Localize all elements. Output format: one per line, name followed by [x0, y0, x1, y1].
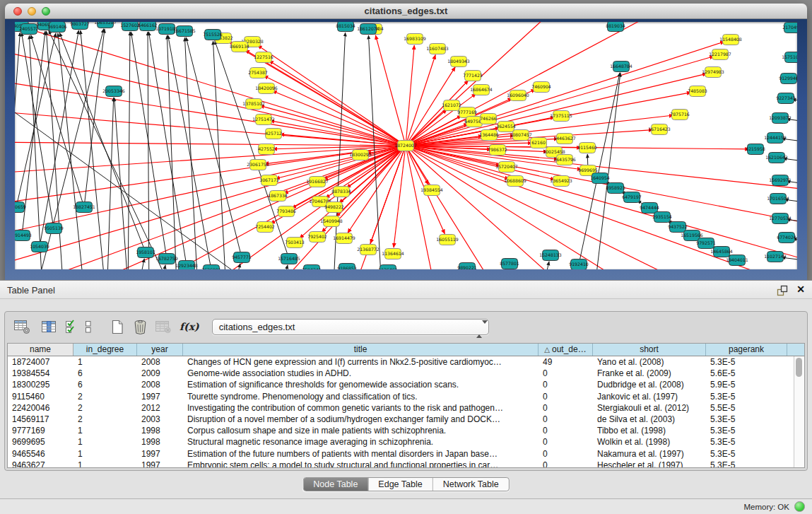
graph-node[interactable]: 1364486	[479, 130, 499, 141]
graph-node[interactable]: 1527602	[120, 22, 140, 31]
graph-node[interactable]: 1054039	[30, 242, 49, 252]
vertical-scrollbar[interactable]	[794, 356, 804, 467]
graph-node[interactable]: 8819034	[606, 22, 625, 32]
graph-node[interactable]: 3067173	[259, 175, 279, 186]
graph-node[interactable]: 16435796	[553, 155, 576, 165]
table-row[interactable]: 969969511998Structural magnetic resonanc…	[8, 436, 794, 448]
graph-node[interactable]: 7875716	[670, 110, 690, 120]
graph-node[interactable]: 7925402	[307, 232, 327, 243]
graph-node[interactable]: 1640954	[590, 173, 610, 184]
graph-node[interactable]: 427552	[258, 144, 275, 155]
graph-node[interactable]: 15720407	[495, 162, 518, 173]
new-table-icon[interactable]	[110, 319, 124, 335]
graph-node[interactable]: 3691406	[47, 22, 67, 33]
graph-node[interactable]: 3624554	[496, 122, 516, 132]
graph-node[interactable]: 12974983	[702, 67, 724, 78]
tab-edge-table[interactable]: Edge Table	[367, 478, 432, 491]
column-header-out_de[interactable]: △out_de…	[539, 344, 593, 356]
column-header-pagerank[interactable]: pagerank	[706, 344, 787, 356]
table-row[interactable]: 1872400712008Changes of HCN gene express…	[8, 356, 794, 368]
graph-node[interactable]: 10653287	[94, 22, 117, 28]
graph-node[interactable]: 9115460	[577, 143, 597, 153]
graph-node[interactable]: 9192410	[569, 259, 589, 270]
graph-node[interactable]: 18827451	[73, 202, 95, 213]
graph-node[interactable]: 16648784	[610, 62, 632, 72]
tab-node-table[interactable]: Node Table	[303, 478, 367, 491]
table-row[interactable]: 1938455462009Genome-wide association stu…	[8, 368, 794, 379]
graph-node[interactable]: 12770534	[769, 214, 792, 224]
graph-node[interactable]: 16096040	[507, 90, 529, 101]
memory-ok-indicator[interactable]	[794, 501, 805, 512]
graph-node[interactable]: 425712	[265, 129, 282, 139]
table-selector-dropdown[interactable]: citations_edges.txt	[212, 319, 489, 335]
graph-node[interactable]: 2636001	[201, 265, 221, 270]
graph-node[interactable]: 10688609	[504, 176, 526, 187]
table-row[interactable]: 977716911998Corpus callosum shape and si…	[8, 425, 794, 436]
graph-node[interactable]: 15248133	[539, 250, 562, 261]
graph-node[interactable]: 17375115	[550, 111, 572, 122]
graph-node[interactable]: 17016504	[767, 194, 789, 204]
graph-node[interactable]: 6466162	[138, 22, 158, 31]
table-row[interactable]: 2242004622012Investigating the contribut…	[8, 402, 794, 414]
graph-node[interactable]: 18420096	[255, 83, 278, 94]
column-header-name[interactable]: name	[8, 344, 73, 356]
graph-node[interactable]: 9505139	[44, 223, 64, 234]
graph-node[interactable]: 7986372	[488, 145, 507, 156]
graph-node[interactable]: 8577801	[500, 259, 519, 269]
table-row[interactable]: 911546021997Tourette syndrome. Phenomeno…	[8, 391, 794, 402]
graph-node[interactable]: 2754387	[248, 68, 268, 78]
graph-node[interactable]: 11548408	[719, 35, 742, 45]
graph-node[interactable]: 9227343	[776, 93, 796, 104]
graph-node[interactable]: 18612074	[357, 24, 379, 35]
column-header-year[interactable]: year	[137, 344, 183, 356]
graph-node[interactable]: 16210643	[765, 153, 788, 163]
graph-node[interactable]: 8815034	[336, 22, 355, 32]
graph-node[interactable]: 9803727	[70, 22, 90, 30]
scrollbar-thumb[interactable]	[796, 358, 802, 377]
graph-node[interactable]: 15716485	[278, 254, 300, 264]
graph-node[interactable]: 19404011	[726, 255, 748, 266]
graph-node[interactable]: 7503413	[285, 238, 305, 248]
graph-node[interactable]: 16864674	[470, 85, 493, 95]
graph-node[interactable]: 6479197	[622, 192, 642, 203]
column-header-title[interactable]: title	[183, 344, 539, 356]
graph-node[interactable]: 7504341	[302, 265, 322, 270]
deselect-rows-icon[interactable]	[84, 319, 92, 334]
graph-node[interactable]: 16716423	[648, 124, 671, 135]
graph-node[interactable]: 19166827	[306, 177, 329, 187]
graph-node[interactable]: 7793486	[276, 206, 296, 217]
graph-node[interactable]: 10807457	[510, 130, 532, 141]
graph-node[interactable]: 13654923	[550, 176, 572, 187]
graph-node[interactable]: 9792571	[696, 238, 716, 249]
graph-node[interactable]: 1867334	[268, 191, 288, 201]
graph-node[interactable]: 9498222	[324, 202, 344, 213]
graph-node[interactable]: 8878334	[331, 187, 351, 197]
graph-node[interactable]: 18724007	[394, 141, 417, 151]
float-panel-icon[interactable]	[777, 285, 788, 296]
graph-node[interactable]: 7515526	[203, 30, 223, 40]
graph-node[interactable]: 8914493	[15, 230, 32, 241]
graph-node[interactable]: 15409948	[320, 216, 343, 227]
graph-node[interactable]: 1136461	[378, 265, 398, 270]
table-row[interactable]: 1830029562008Estimation of significance …	[8, 379, 794, 390]
table-row[interactable]: 946362711997Embryonic stem cells: a mode…	[8, 460, 794, 467]
graph-node[interactable]: 11364614	[382, 249, 404, 259]
tab-network-table[interactable]: Network Table	[433, 478, 509, 491]
graph-node[interactable]: 14463627	[553, 134, 576, 144]
graph-node[interactable]: 13785102	[242, 99, 265, 110]
delete-table-icon[interactable]	[133, 319, 148, 335]
graph-node[interactable]: 12751472	[252, 115, 275, 125]
graph-node[interactable]: 8958923	[606, 183, 625, 194]
graph-node[interactable]: 18049343	[447, 57, 470, 67]
graph-node[interactable]: 746266	[480, 114, 497, 124]
graph-node[interactable]: 21368772	[357, 245, 379, 255]
graph-node[interactable]: 11607483	[426, 44, 449, 54]
table-row[interactable]: 946554611997Estimation of the future num…	[8, 448, 794, 460]
graph-node[interactable]: 9129946	[779, 74, 797, 84]
graph-node[interactable]: 16983109	[404, 34, 426, 45]
graph-node[interactable]: 9457771	[232, 252, 252, 263]
network-window-titlebar[interactable]: citations_edges.txt	[5, 4, 807, 19]
graph-node[interactable]: 16671585	[173, 26, 196, 37]
graph-node[interactable]: 12923448	[175, 261, 198, 270]
table-row[interactable]: 1456911722003Disruption of a novel membe…	[8, 414, 794, 425]
